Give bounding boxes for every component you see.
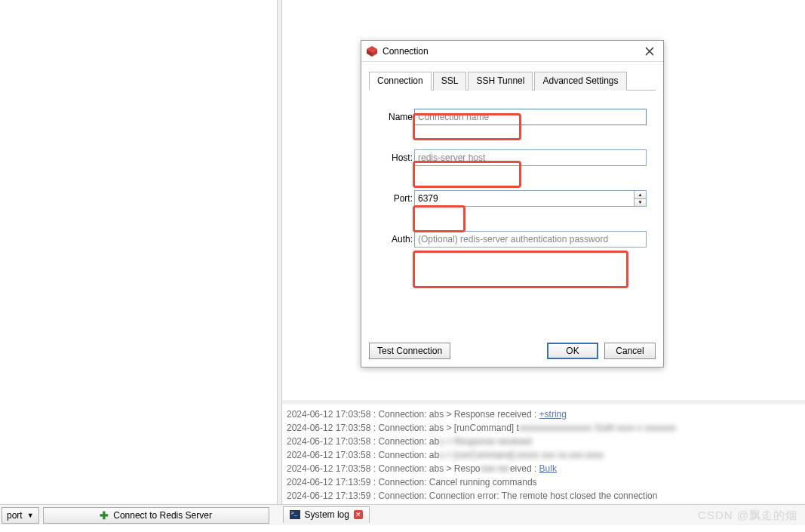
highlight-auth xyxy=(413,251,628,288)
log-line: 2024-06-12 17:13:59 : Connection: Cancel… xyxy=(287,475,800,489)
dialog-title: Connection xyxy=(383,46,641,57)
connection-form: Name Host: Port: ▲ ▼ Auth: xyxy=(369,91,656,248)
export-label: port xyxy=(7,510,23,521)
left-panel xyxy=(0,0,278,504)
tab-ssh-tunnel[interactable]: SSH Tunnel xyxy=(468,72,533,91)
host-label: Host: xyxy=(378,152,413,163)
dialog-tabs: ConnectionSSLSSH TunnelAdvanced Settings xyxy=(369,71,656,91)
chevron-down-icon: ▼ xyxy=(27,512,34,519)
tab-advanced-settings[interactable]: Advanced Settings xyxy=(534,72,626,91)
test-connection-button[interactable]: Test Connection xyxy=(369,343,450,359)
log-line: 2024-06-12 17:03:58 : Connection: abs > … xyxy=(287,462,800,475)
terminal-icon xyxy=(290,510,300,519)
name-label: Name xyxy=(378,112,413,122)
auth-label: Auth: xyxy=(378,234,413,244)
connect-to-redis-button[interactable]: ✚ Connect to Redis Server xyxy=(43,507,269,524)
plus-icon: ✚ xyxy=(100,509,109,521)
cancel-button[interactable]: Cancel xyxy=(604,343,656,359)
port-label: Port: xyxy=(378,193,413,204)
tab-connection[interactable]: Connection xyxy=(369,72,432,91)
system-log-label: System log xyxy=(305,509,349,520)
log-line: 2024-06-12 17:03:58 : Connection: abs > … xyxy=(287,407,800,421)
dialog-body: ConnectionSSLSSH TunnelAdvanced Settings… xyxy=(369,71,656,337)
log-panel: 2024-06-12 17:03:58 : Connection: abs > … xyxy=(282,404,805,504)
connect-label: Connect to Redis Server xyxy=(113,510,212,521)
name-input[interactable] xyxy=(414,109,647,125)
dialog-footer: Test Connection OK Cancel xyxy=(369,341,656,361)
log-link[interactable]: Bulk xyxy=(539,463,557,474)
auth-input[interactable] xyxy=(414,231,647,248)
tab-system-log[interactable]: System log ✕ xyxy=(283,506,370,523)
connection-dialog: Connection ConnectionSSLSSH TunnelAdvanc… xyxy=(361,40,664,367)
export-button[interactable]: port ▼ xyxy=(2,507,39,524)
dialog-titlebar: Connection xyxy=(361,41,663,62)
tab-ssl[interactable]: SSL xyxy=(433,72,467,91)
log-line: 2024-06-12 17:03:58 : Connection: abs > … xyxy=(287,435,800,448)
log-line: 2024-06-12 17:03:58 : Connection: abs > … xyxy=(287,448,800,462)
redis-cube-icon xyxy=(366,45,378,57)
bottom-toolbar: port ▼ ✚ Connect to Redis Server System … xyxy=(0,504,805,525)
port-input[interactable] xyxy=(414,190,647,207)
close-icon[interactable]: ✕ xyxy=(354,510,363,519)
log-line: 2024-06-12 17:13:59 : Connection: Connec… xyxy=(287,489,800,503)
ok-button[interactable]: OK xyxy=(547,343,598,359)
chevron-down-icon[interactable]: ▼ xyxy=(634,199,646,207)
host-input[interactable] xyxy=(414,149,647,166)
dialog-close-button[interactable] xyxy=(641,44,659,59)
port-spinner[interactable]: ▲ ▼ xyxy=(634,191,646,206)
log-line: 2024-06-12 17:03:58 : Connection: abs > … xyxy=(287,421,800,435)
log-link[interactable]: +string xyxy=(539,409,567,420)
chevron-up-icon[interactable]: ▲ xyxy=(634,191,646,199)
